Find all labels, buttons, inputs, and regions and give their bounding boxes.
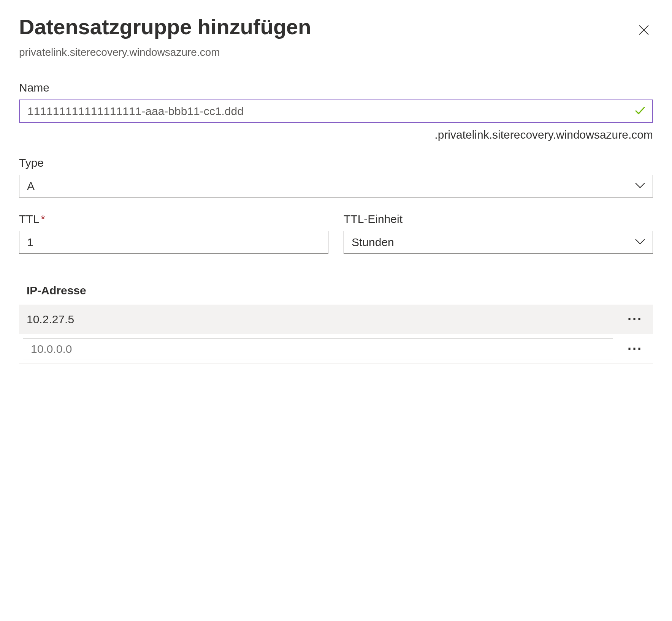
ip-input[interactable] (23, 338, 613, 360)
ip-row: 10.2.27.5 ··· (19, 305, 653, 334)
panel-title: Datensatzgruppe hinzufügen (19, 15, 311, 39)
required-indicator: * (41, 213, 45, 225)
type-select[interactable]: A (19, 175, 653, 198)
ttl-input[interactable] (19, 231, 328, 254)
ellipsis-icon[interactable]: ··· (624, 342, 645, 356)
ttl-unit-label: TTL-Einheit (344, 213, 653, 226)
ip-value: 10.2.27.5 (27, 313, 624, 326)
close-icon[interactable] (635, 19, 653, 42)
panel-subtitle: privatelink.siterecovery.windowsazure.co… (19, 46, 653, 58)
name-input[interactable] (19, 100, 653, 123)
checkmark-icon (634, 104, 646, 118)
type-label: Type (19, 156, 653, 169)
ip-row-new: ··· (19, 334, 653, 364)
ip-section-header: IP-Adresse (19, 284, 653, 305)
ttl-unit-value: Stunden (352, 236, 394, 249)
name-suffix: .privatelink.siterecovery.windowsazure.c… (19, 128, 653, 141)
ttl-unit-select[interactable]: Stunden (344, 231, 653, 254)
type-value: A (27, 180, 35, 193)
name-label: Name (19, 81, 653, 94)
ttl-label: TTL* (19, 213, 328, 226)
ellipsis-icon[interactable]: ··· (624, 313, 645, 326)
